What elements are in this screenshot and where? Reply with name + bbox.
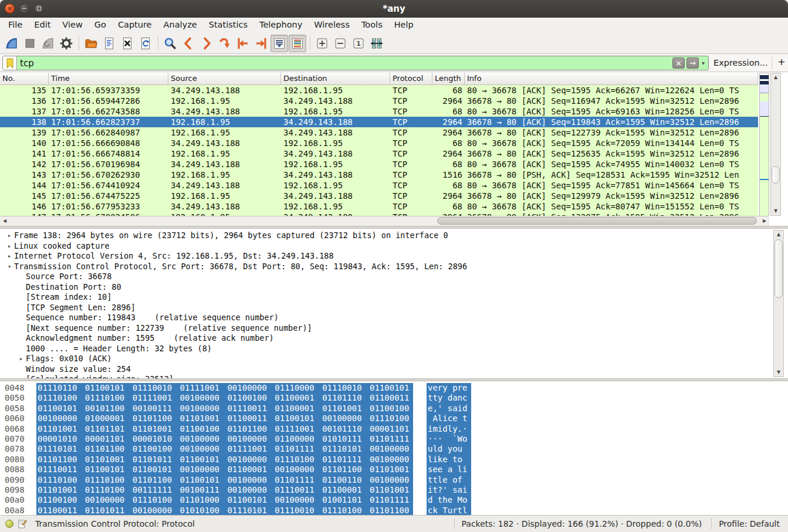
go-last-packet-button[interactable]	[252, 35, 270, 52]
go-back-button[interactable]	[180, 35, 197, 52]
filter-history-dropdown[interactable]: ▾	[701, 60, 706, 66]
packet-row[interactable]: 14517:01:56.674475225192.168.1.9534.249.…	[0, 191, 758, 201]
packet-list-vertical-scrollbar[interactable]: ▲ ▼	[770, 73, 781, 216]
scroll-up-icon[interactable]: ▲	[771, 73, 780, 82]
packet-list-horizontal-scrollbar[interactable]: ◀ ▶	[0, 216, 769, 226]
resize-columns-button[interactable]	[368, 35, 385, 52]
packet-row[interactable]: 13717:01:56.66274358834.249.143.188192.1…	[0, 106, 758, 117]
menu-analyze[interactable]: Analyze	[158, 18, 203, 33]
bytes-row[interactable]: 006801101001 01101101 01101001 01100100 …	[0, 424, 788, 434]
scrollbar-thumb[interactable]	[775, 239, 783, 298]
go-forward-button[interactable]	[198, 35, 215, 52]
detail-line[interactable]: [Stream index: 10]	[0, 292, 788, 303]
filter-clear-button[interactable]: ×	[672, 57, 685, 69]
detail-line[interactable]: ▸Internet Protocol Version 4, Src: 192.1…	[0, 251, 788, 262]
collapsed-arrow-icon[interactable]: ▸	[5, 241, 14, 252]
column-header-destination[interactable]: Destination	[281, 73, 390, 84]
zoom-normal-button[interactable]: 1	[350, 35, 367, 52]
scroll-down-icon[interactable]: ▼	[774, 368, 783, 377]
expanded-arrow-icon[interactable]: ▾	[5, 262, 14, 272]
packet-row[interactable]: 14417:01:56.67441092434.249.143.188192.1…	[0, 180, 758, 191]
packet-row[interactable]: 13917:01:56.662840987192.168.1.9534.249.…	[0, 127, 758, 138]
restart-capture-button[interactable]	[39, 35, 57, 52]
column-header-length[interactable]: Length	[432, 73, 465, 84]
filter-apply-button[interactable]: →	[686, 57, 699, 69]
bytes-row[interactable]: 007801110101 01101100 01100100 00100000 …	[0, 444, 788, 454]
detail-line[interactable]: ▸Linux cooked capture	[0, 241, 788, 252]
go-to-packet-button[interactable]	[216, 35, 234, 52]
status-profile[interactable]: Profile: Default	[719, 519, 788, 528]
menu-help[interactable]: Help	[388, 18, 420, 33]
filter-bookmark-button[interactable]	[3, 56, 17, 70]
scroll-up-icon[interactable]: ▲	[774, 231, 783, 239]
add-filter-button[interactable]: +	[777, 56, 786, 67]
detail-line[interactable]: Sequence number: 119843 (relative sequen…	[0, 313, 788, 323]
bytes-row[interactable]: 005001110100 01110100 01111001 00100000 …	[0, 393, 788, 403]
packet-row[interactable]: 13817:01:56.662823737192.168.1.9534.249.…	[0, 117, 758, 127]
bytes-row[interactable]: 00a801100011 01101011 00100000 01010100 …	[0, 506, 788, 515]
detail-line[interactable]: ▸Flags: 0x010 (ACK)	[0, 354, 788, 364]
detail-line[interactable]: ▸Frame 138: 2964 bytes on wire (23712 bi…	[0, 231, 788, 241]
detail-line[interactable]: [Calculated window size: 32512]	[0, 374, 788, 378]
scrollbar-thumb[interactable]	[772, 166, 780, 184]
find-packet-button[interactable]	[161, 35, 179, 52]
open-file-button[interactable]	[82, 35, 100, 52]
packet-row[interactable]: 13517:01:56.65937335934.249.143.188192.1…	[0, 85, 758, 96]
auto-scroll-button[interactable]	[270, 35, 288, 52]
filter-text[interactable]: tcp	[17, 58, 672, 69]
menu-view[interactable]: View	[56, 18, 88, 33]
scroll-right-icon[interactable]: ▶	[760, 216, 769, 226]
detail-line[interactable]: 1000 .... = Header Length: 32 bytes (8)	[0, 344, 788, 354]
column-header-source[interactable]: Source	[168, 73, 281, 84]
minimize-window-icon[interactable]: −	[19, 4, 29, 13]
menu-wireless[interactable]: Wireless	[308, 18, 356, 33]
colorize-button[interactable]	[289, 35, 306, 52]
detail-line[interactable]: Destination Port: 80	[0, 282, 788, 293]
menu-tools[interactable]: Tools	[356, 18, 388, 33]
details-vertical-scrollbar[interactable]: ▲ ▼	[773, 230, 784, 377]
collapsed-arrow-icon[interactable]: ▸	[5, 231, 14, 241]
save-file-button[interactable]	[100, 35, 118, 52]
packet-row[interactable]: 14117:01:56.666748814192.168.1.9534.249.…	[0, 148, 758, 159]
column-header-time[interactable]: Time	[49, 73, 168, 84]
expert-info-icon[interactable]	[5, 520, 13, 528]
bytes-row[interactable]: 006000100000 01000001 01101100 01101001 …	[0, 414, 788, 423]
bytes-row[interactable]: 004801110110 01100101 01110010 01111001 …	[0, 383, 788, 393]
menu-capture[interactable]: Capture	[112, 18, 158, 33]
packet-row[interactable]: 14217:01:56.67019698434.249.143.188192.1…	[0, 159, 758, 170]
bytes-row[interactable]: 00a001100100 00100000 01110100 01101000 …	[0, 495, 788, 505]
display-filter-input[interactable]: tcp × → ▾	[2, 56, 709, 70]
stop-capture-button[interactable]	[21, 35, 39, 52]
go-first-packet-button[interactable]	[234, 35, 252, 52]
packet-row[interactable]: 14317:01:56.670262930192.168.1.9534.249.…	[0, 170, 758, 180]
start-capture-button[interactable]	[3, 35, 21, 52]
scrollbar-thumb[interactable]	[437, 217, 757, 225]
packet-list-minimap-scrollbar[interactable]	[759, 73, 769, 216]
zoom-in-button[interactable]	[313, 35, 331, 52]
detail-line[interactable]: [TCP Segment Len: 2896]	[0, 303, 788, 313]
detail-line[interactable]: Acknowledgment number: 1595 (relative ac…	[0, 333, 788, 344]
menu-file[interactable]: File	[2, 18, 28, 33]
collapsed-arrow-icon[interactable]: ▸	[5, 251, 14, 262]
packet-row[interactable]: 14017:01:56.66669084834.249.143.188192.1…	[0, 138, 758, 148]
capture-comment-icon[interactable]	[18, 519, 27, 528]
packet-row[interactable]: 14617:01:56.67795323334.249.143.188192.1…	[0, 201, 758, 212]
close-file-button[interactable]	[119, 35, 136, 52]
scroll-left-icon[interactable]: ◀	[1, 216, 9, 226]
bytes-row[interactable]: 009801101001 01110100 00111111 00100111 …	[0, 485, 788, 495]
column-header-no[interactable]: No.	[0, 73, 49, 84]
scroll-down-icon[interactable]: ▼	[771, 207, 780, 215]
column-header-info[interactable]: Info	[465, 73, 758, 84]
packet-row[interactable]: 13617:01:56.659447286192.168.1.9534.249.…	[0, 96, 758, 106]
column-header-protocol[interactable]: Protocol	[390, 73, 432, 84]
bytes-row[interactable]: 007000001010 00001101 00001010 00100000 …	[0, 434, 788, 444]
titlebar[interactable]: × − *any	[0, 0, 788, 18]
detail-line[interactable]: ▾Transmission Control Protocol, Src Port…	[0, 262, 788, 272]
detail-line[interactable]: Window size value: 254	[0, 364, 788, 375]
bytes-row[interactable]: 009001110100 01110100 01101100 01100101 …	[0, 475, 788, 485]
zoom-out-button[interactable]	[332, 35, 349, 52]
menu-go[interactable]: Go	[89, 18, 112, 33]
bytes-row[interactable]: 005801100101 00101100 00100111 00100000 …	[0, 404, 788, 414]
menu-edit[interactable]: Edit	[28, 18, 56, 33]
menu-telephony[interactable]: Telephony	[253, 18, 308, 33]
